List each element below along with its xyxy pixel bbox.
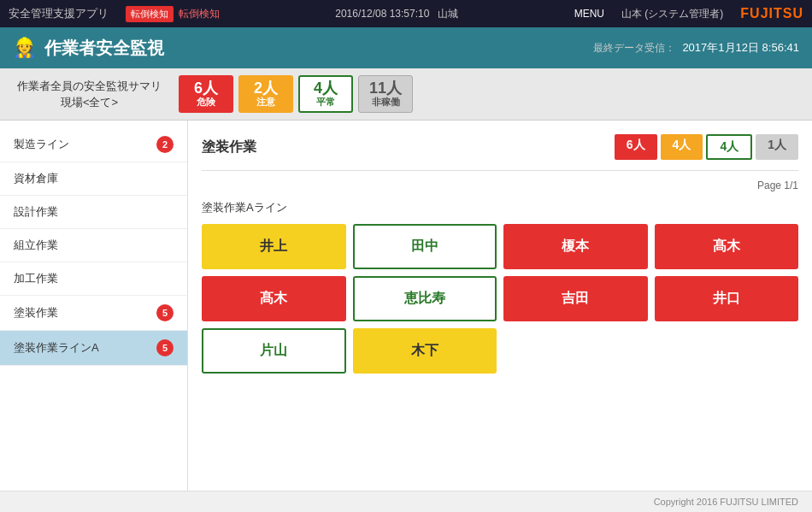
sidebar-item-processing[interactable]: 加工作業 <box>0 262 187 296</box>
worker-grid: 井上 田中 榎本 髙木 髙木 恵比寿 吉田 井口 片山 木下 <box>202 224 798 374</box>
footer: Copyright 2016 FUJITSU LIMITED <box>0 491 812 512</box>
section-title: 塗装作業Aライン <box>202 200 798 215</box>
pagination: Page 1/1 <box>202 179 798 191</box>
copyright: Copyright 2016 FUJITSU LIMITED <box>654 497 798 507</box>
sidebar-badge-painting-line-a: 5 <box>156 339 174 356</box>
location: 山城 <box>438 7 458 21</box>
worker-card-enomoto[interactable]: 榎本 <box>503 224 648 269</box>
worker-card-iguchi[interactable]: 井口 <box>655 276 799 321</box>
worker-card-ebisu[interactable]: 恵比寿 <box>353 276 497 321</box>
top-bar: 安全管理支援アプリ 転倒検知 転倒検知 2016/12/08 13:57:10 … <box>0 0 812 27</box>
sidebar-badge-painting: 5 <box>156 304 174 321</box>
content-title: 塗装作業 <box>202 138 615 156</box>
worker-card-tanaka[interactable]: 田中 <box>353 224 497 269</box>
page-header: 👷 作業者安全監視 最終データ受信： 2017年1月12日 8:56:41 <box>0 27 812 68</box>
fujitsu-logo: FUJITSU <box>740 6 803 21</box>
badge-caution: 2人注意 <box>238 75 293 113</box>
content-badge-gray: 1人 <box>756 134 798 160</box>
data-label: 最終データ受信： <box>593 41 675 56</box>
summary-badges: 6人危険 2人注意 4人平常 11人非稼働 <box>179 75 413 113</box>
worker-card-katayama[interactable]: 片山 <box>202 328 346 374</box>
sidebar-item-assembly[interactable]: 組立作業 <box>0 229 187 262</box>
sidebar-item-painting-line-a[interactable]: 塗装作業ラインA 5 <box>0 331 187 366</box>
main-content: 製造ライン 2 資材倉庫 設計作業 組立作業 加工作業 塗装作業 5 塗装作業ラ… <box>0 121 812 491</box>
worker-icon: 👷 <box>13 37 36 59</box>
alert-badge: 転倒検知 <box>126 6 174 22</box>
content-badges: 6人 4人 4人 1人 <box>615 134 798 160</box>
menu-button[interactable]: MENU <box>574 8 604 20</box>
data-value: 2017年1月12日 8:56:41 <box>682 40 799 56</box>
badge-danger: 6人危険 <box>179 75 233 113</box>
page-title: 作業者安全監視 <box>44 37 593 60</box>
user-label: 山本 (システム管理者) <box>621 7 723 21</box>
app-title: 安全管理支援アプリ <box>9 6 109 21</box>
datetime: 2016/12/08 13:57:10 <box>335 8 429 20</box>
sidebar-item-painting[interactable]: 塗装作業 5 <box>0 296 187 331</box>
worker-card-takagi2[interactable]: 髙木 <box>202 276 346 321</box>
sidebar-badge-manufacturing: 2 <box>156 136 174 153</box>
alert-text: 転倒検知 <box>179 7 220 21</box>
summary-label: 作業者全員の安全監視サマリ 現場<全て> <box>17 78 162 111</box>
content-badge-red: 6人 <box>615 134 657 160</box>
summary-bar: 作業者全員の安全監視サマリ 現場<全て> 6人危険 2人注意 4人平常 11人非… <box>0 68 812 121</box>
content-badge-green: 4人 <box>706 134 752 160</box>
worker-card-inoue[interactable]: 井上 <box>202 224 346 269</box>
content-area: 塗装作業 6人 4人 4人 1人 Page 1/1 塗装作業Aライン 井上 田中… <box>188 121 812 491</box>
worker-card-kinoshita[interactable]: 木下 <box>353 328 497 374</box>
worker-card-yoshida[interactable]: 吉田 <box>503 276 648 321</box>
sidebar-item-design[interactable]: 設計作業 <box>0 196 187 229</box>
sidebar-item-manufacturing[interactable]: 製造ライン 2 <box>0 127 187 162</box>
content-badge-orange: 4人 <box>661 134 703 160</box>
badge-normal: 4人平常 <box>298 75 353 113</box>
content-header: 塗装作業 6人 4人 4人 1人 <box>202 134 798 160</box>
sidebar-item-warehouse[interactable]: 資材倉庫 <box>0 162 187 196</box>
sidebar: 製造ライン 2 資材倉庫 設計作業 組立作業 加工作業 塗装作業 5 塗装作業ラ… <box>0 121 188 491</box>
badge-inactive: 11人非稼働 <box>358 75 413 113</box>
worker-card-takagi[interactable]: 髙木 <box>655 224 799 269</box>
